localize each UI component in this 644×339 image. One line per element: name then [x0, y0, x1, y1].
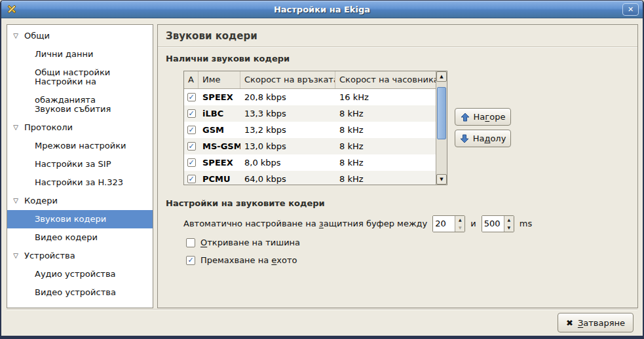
arrow-down-icon: [460, 134, 469, 143]
expander-icon[interactable]: ▽: [7, 118, 24, 137]
codec-enabled-checkbox[interactable]: ✓: [187, 126, 196, 134]
scroll-down-icon: ▼: [440, 177, 443, 182]
silence-detection-checkbox-row[interactable]: Откриване на тишина: [186, 238, 300, 247]
check-icon: ✓: [188, 110, 194, 117]
sidebar-item-protocols[interactable]: ▽Протоколи: [7, 118, 153, 137]
spin-up-icon[interactable]: ▲: [504, 216, 514, 224]
codec-settings-section-title: Настройки на звуковите кодери: [166, 198, 325, 208]
sidebar-item-codecs[interactable]: ▽Кодери: [7, 192, 153, 210]
table-row[interactable]: ✓ PCMU 64,0 kbps 8 kHz: [184, 171, 436, 185]
codecs-section-title: Налични звукови кодери: [166, 54, 290, 63]
ms-unit-label: ms: [520, 219, 532, 228]
spin-down-icon[interactable]: ▼: [504, 224, 514, 232]
column-header-active[interactable]: А: [184, 71, 199, 88]
codec-enabled-checkbox[interactable]: ✓: [187, 109, 196, 118]
spin-down-icon[interactable]: ▼: [455, 224, 464, 232]
close-x-icon: ✖: [566, 318, 573, 328]
settings-tree: ▽Общи Лични данни Общи настройки Настрой…: [7, 24, 153, 308]
jitter-max-input[interactable]: [482, 216, 504, 232]
column-header-clock[interactable]: Скорост на часовника: [335, 71, 436, 88]
check-icon: ✓: [187, 257, 193, 264]
window-title: Настройки на Ekiga: [1, 5, 643, 14]
codec-enabled-checkbox[interactable]: ✓: [187, 93, 196, 101]
codec-enabled-checkbox[interactable]: ✓: [187, 142, 196, 151]
main-panel: Звукови кодери Налични звукови кодери А …: [157, 24, 638, 308]
table-row[interactable]: ✓ SPEEX 20,8 kbps 16 kHz: [184, 89, 436, 105]
check-icon: ✓: [188, 175, 194, 183]
close-icon: ✕: [628, 5, 634, 14]
scroll-down-button[interactable]: ▼: [436, 174, 447, 185]
sidebar-item-video-codecs[interactable]: Видео кодери: [7, 228, 153, 247]
spin-up-icon[interactable]: ▲: [455, 216, 464, 224]
check-icon: ✓: [188, 94, 194, 101]
table-row[interactable]: ✓ SPEEX 8,0 kbps 8 kHz: [184, 154, 436, 171]
move-down-button[interactable]: Надолу: [455, 130, 511, 147]
table-row[interactable]: ✓ GSM 13,2 kbps 8 kHz: [184, 122, 436, 138]
table-scrollbar[interactable]: ▲ ▼: [436, 71, 447, 185]
jitter-min-input[interactable]: [433, 216, 455, 232]
page-title: Звукови кодери: [166, 30, 257, 42]
jitter-buffer-label: Автоматично настройване на защитния буфе…: [183, 219, 427, 228]
codec-table: А Име Скорост на връзката Скорост на час…: [183, 71, 447, 185]
scroll-up-button[interactable]: ▲: [436, 71, 447, 82]
sidebar-item-personal-data[interactable]: Лични данни: [7, 45, 153, 63]
sidebar-item-sip-settings[interactable]: Настройки за SIP: [7, 155, 153, 173]
table-row[interactable]: ✓ iLBC 13,3 kbps 8 kHz: [184, 105, 436, 122]
sidebar-item-general[interactable]: ▽Общи: [7, 27, 153, 45]
jitter-max-spinbox[interactable]: ▲ ▼: [482, 215, 514, 232]
preferences-window: Настройки на Ekiga ✕ ▽Общи Лични данни О…: [0, 0, 644, 339]
check-icon: ✓: [188, 143, 194, 150]
silence-detection-label: Откриване на тишина: [200, 238, 300, 247]
codec-table-header: А Име Скорост на връзката Скорост на час…: [184, 71, 436, 89]
echo-cancellation-checkbox[interactable]: ✓: [186, 256, 195, 265]
footer-separator: [7, 309, 637, 310]
move-up-button[interactable]: Нагоре: [455, 108, 511, 126]
titlebar: Настройки на Ekiga ✕: [1, 1, 643, 18]
jitter-min-spinbox[interactable]: ▲ ▼: [432, 215, 465, 232]
echo-cancellation-label: Премахване на ехото: [200, 255, 297, 265]
check-icon: ✓: [188, 126, 194, 134]
silence-detection-checkbox[interactable]: [186, 238, 195, 247]
scrollbar-thumb[interactable]: [437, 87, 446, 139]
column-header-name[interactable]: Име: [199, 71, 240, 88]
and-label: и: [470, 219, 476, 228]
expander-icon[interactable]: ▽: [7, 247, 24, 265]
jitter-buffer-row: Автоматично настройване на защитния буфе…: [183, 215, 532, 232]
arrow-up-icon: [461, 113, 470, 122]
sidebar-item-audio-devices[interactable]: Аудио устройства: [7, 265, 153, 283]
check-icon: ✓: [188, 159, 194, 166]
codec-enabled-checkbox[interactable]: ✓: [187, 175, 196, 183]
sidebar-item-h323-settings[interactable]: Настройки за H.323: [7, 173, 153, 192]
sidebar-item-audio-codecs[interactable]: Звукови кодери: [7, 210, 153, 228]
header-separator: [158, 46, 637, 47]
expander-icon[interactable]: ▽: [7, 27, 24, 45]
sidebar-item-network-settings[interactable]: Мрежови настройки: [7, 137, 153, 155]
expander-icon[interactable]: ▽: [7, 192, 24, 210]
echo-cancellation-checkbox-row[interactable]: ✓ Премахване на ехото: [186, 255, 297, 265]
window-close-button[interactable]: ✕: [622, 3, 639, 16]
sidebar-item-video-devices[interactable]: Видео устройства: [7, 283, 153, 302]
sidebar-item-call-options[interactable]: Настройки на обажданията: [7, 82, 153, 100]
codec-enabled-checkbox[interactable]: ✓: [187, 158, 196, 167]
table-row[interactable]: ✓ MS-GSM 13,0 kbps 8 kHz: [184, 138, 436, 154]
sidebar-item-devices[interactable]: ▽Устройства: [7, 247, 153, 265]
column-header-bitrate[interactable]: Скорост на връзката: [240, 71, 335, 88]
close-dialog-button[interactable]: ✖ Затваряне: [558, 313, 634, 332]
scroll-up-icon: ▲: [440, 74, 443, 79]
